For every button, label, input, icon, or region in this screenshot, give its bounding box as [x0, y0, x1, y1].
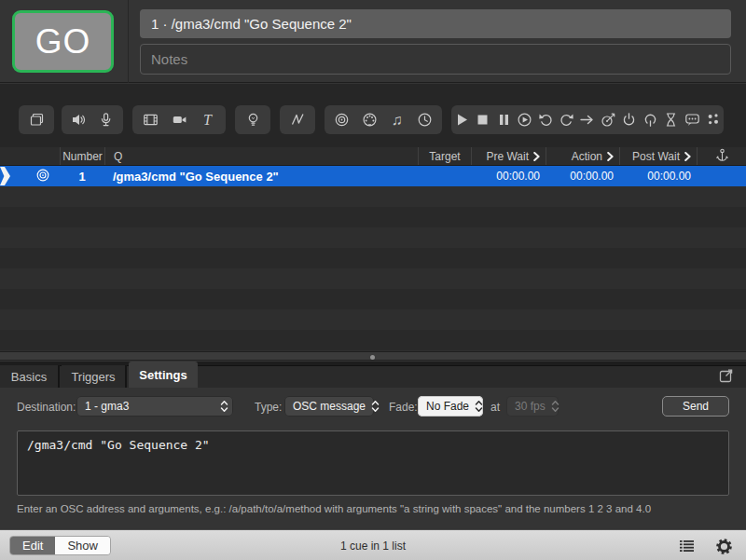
osc-message-input[interactable]: /gma3/cmd "Go Sequence 2": [17, 430, 729, 496]
destination-label: Destination:: [17, 401, 76, 414]
cue-continue[interactable]: [697, 166, 746, 186]
column-pre-wait[interactable]: Pre Wait: [471, 147, 546, 165]
timecode-cue-icon[interactable]: [414, 111, 435, 130]
memo-icon[interactable]: [682, 111, 702, 130]
toolbar-group-transport: [451, 105, 724, 134]
gear-icon: [715, 538, 733, 555]
toolbar: T ♫: [0, 84, 746, 147]
column-status: [0, 147, 25, 165]
tab-triggers[interactable]: Triggers: [62, 365, 127, 388]
continue-anchor-icon: [716, 148, 728, 164]
script-icon[interactable]: [702, 111, 723, 130]
cue-list-empty-area[interactable]: [0, 186, 746, 351]
tab-settings[interactable]: Settings: [129, 362, 198, 388]
wait-icon[interactable]: [661, 111, 682, 130]
toolbar-group-6: ♫: [325, 105, 442, 134]
osc-help-text: Enter an OSC address and arguments, e.g.…: [17, 503, 735, 514]
column-number[interactable]: Number: [60, 147, 104, 165]
pre-wait-expand-icon[interactable]: [533, 152, 540, 161]
mic-cue-icon[interactable]: [96, 111, 117, 130]
play-icon[interactable]: [451, 111, 472, 130]
splitter-handle-icon: [370, 355, 375, 360]
cue-lists-button[interactable]: [677, 537, 696, 555]
list-icon: [679, 539, 695, 553]
top-panel: GO: [0, 0, 746, 83]
popup-chevrons-icon: [218, 399, 230, 414]
toolbar-group-3: T: [132, 105, 226, 134]
destination-popup[interactable]: 1 - gma3: [76, 396, 233, 417]
toolbar-group-2: [62, 105, 123, 134]
arm-icon[interactable]: [619, 111, 640, 130]
text-cue-icon[interactable]: T: [198, 111, 218, 130]
network-cue-icon[interactable]: [332, 111, 352, 130]
action-expand-icon[interactable]: [607, 152, 614, 161]
workspace-settings-button[interactable]: [714, 537, 733, 555]
reset-icon[interactable]: [535, 111, 556, 130]
cue-list-header: Number Q Target Pre Wait Action Post Wai…: [0, 147, 746, 166]
type-label: Type:: [255, 401, 282, 414]
mode-segmented-control: Edit Show: [9, 536, 111, 555]
pause-icon[interactable]: [493, 111, 514, 130]
goto-icon[interactable]: [577, 111, 598, 130]
top-panel-divider: [128, 0, 129, 83]
show-mode-button[interactable]: Show: [55, 537, 110, 554]
column-continue[interactable]: [697, 147, 746, 165]
cue-target[interactable]: [418, 166, 471, 186]
fade-popup[interactable]: No Fade: [418, 396, 483, 417]
cue-post-wait[interactable]: 00:00.00: [619, 166, 697, 186]
network-cue-row-icon: [35, 168, 50, 185]
cue-title-field[interactable]: [140, 9, 731, 38]
camera-cue-icon[interactable]: [169, 111, 189, 130]
target-icon[interactable]: [598, 111, 618, 130]
playhead-icon: [0, 167, 10, 185]
column-cue-type: [25, 147, 60, 165]
cue-action[interactable]: 00:00.00: [546, 166, 619, 186]
inspector-tab-bar: Basics Triggers Settings: [0, 362, 746, 388]
toolbar-group-4: [235, 105, 270, 134]
popup-chevrons-icon: [475, 399, 483, 414]
fade-cue-icon[interactable]: [287, 111, 308, 130]
cue-type-cell: [25, 166, 60, 186]
video-cue-icon[interactable]: [141, 111, 161, 130]
qlab-workspace: GO T: [0, 0, 746, 560]
go-button-label: GO: [35, 22, 91, 61]
devamp-icon[interactable]: [515, 111, 535, 130]
post-wait-expand-icon[interactable]: [684, 152, 691, 161]
column-target[interactable]: Target: [418, 147, 471, 165]
midi-file-cue-icon[interactable]: ♫: [387, 111, 408, 130]
edit-mode-button[interactable]: Edit: [10, 537, 55, 554]
popup-chevrons-icon: [551, 399, 560, 414]
popup-chevrons-icon: [371, 399, 380, 414]
load-icon[interactable]: [557, 111, 577, 130]
group-cue-icon[interactable]: [26, 111, 47, 130]
column-post-wait[interactable]: Post Wait: [619, 147, 697, 165]
cue-number[interactable]: 1: [60, 166, 104, 186]
midi-cue-icon[interactable]: [359, 111, 380, 130]
popout-inspector-button[interactable]: [718, 367, 735, 384]
footer-status: 1 cue in 1 list: [0, 530, 746, 560]
notes-field[interactable]: [140, 44, 731, 75]
inspector-panel: Basics Triggers Settings Destination: 1 …: [0, 362, 746, 529]
popout-icon: [719, 368, 734, 383]
column-action[interactable]: Action: [546, 147, 619, 165]
footer-bar: 1 cue in 1 list Edit Show: [0, 529, 746, 560]
go-button[interactable]: GO: [12, 10, 114, 73]
fps-popup[interactable]: 30 fps: [506, 396, 559, 417]
stop-icon[interactable]: [473, 111, 493, 130]
type-popup[interactable]: OSC message: [284, 396, 374, 417]
column-q[interactable]: Q: [104, 147, 418, 165]
cue-name[interactable]: /gma3/cmd "Go Sequence 2": [104, 166, 418, 186]
panel-splitter[interactable]: [0, 351, 746, 361]
disarm-icon[interactable]: [640, 111, 660, 130]
tab-basics[interactable]: Basics: [0, 365, 60, 388]
toolbar-group-5: [280, 105, 315, 134]
osc-settings-row: Destination: 1 - gma3 Type: OSC message …: [0, 388, 746, 425]
light-cue-icon[interactable]: [242, 111, 263, 130]
cue-row-selected[interactable]: 1 /gma3/cmd "Go Sequence 2" 00:00.00 00:…: [0, 166, 746, 186]
cue-pre-wait[interactable]: 00:00.00: [471, 166, 546, 186]
audio-cue-icon[interactable]: [68, 111, 89, 130]
at-label: at: [490, 401, 500, 414]
fade-label: Fade:: [389, 401, 418, 414]
send-button[interactable]: Send: [662, 396, 729, 417]
toolbar-group-1: [19, 105, 54, 134]
